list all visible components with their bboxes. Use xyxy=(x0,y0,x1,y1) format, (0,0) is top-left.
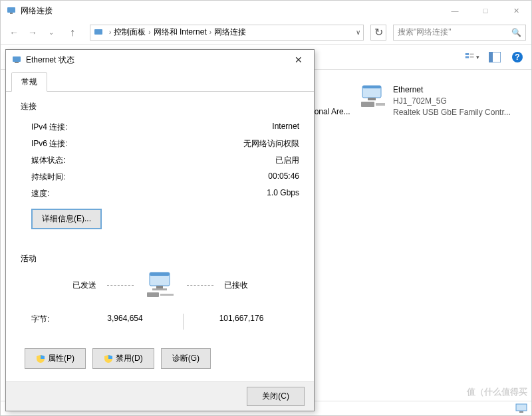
svg-rect-4 xyxy=(466,56,469,58)
disable-label: 禁用(D) xyxy=(116,353,143,364)
breadcrumb-sep: › xyxy=(148,29,150,36)
activity-computer-icon xyxy=(144,271,176,299)
activity-line xyxy=(187,285,213,286)
history-dropdown[interactable]: ⌄ xyxy=(43,25,59,41)
media-value: 已启用 xyxy=(275,155,299,166)
svg-rect-1 xyxy=(10,13,13,14)
svg-rect-16 xyxy=(516,404,527,411)
svg-rect-3 xyxy=(466,53,469,55)
svg-rect-8 xyxy=(489,52,493,62)
duration-value: 00:05:46 xyxy=(268,171,299,183)
titlebar: 网络连接 — □ ✕ xyxy=(1,1,531,21)
svg-rect-5 xyxy=(470,53,474,54)
diagnose-button[interactable]: 诊断(G) xyxy=(161,348,211,369)
svg-rect-6 xyxy=(470,56,474,57)
close-button[interactable]: ✕ xyxy=(501,1,531,21)
speed-value: 1.0 Gbps xyxy=(267,188,299,199)
svg-rect-17 xyxy=(519,411,523,413)
address-bar[interactable]: › 控制面板 › 网络和 Internet › 网络连接 ∨ xyxy=(90,25,364,41)
disable-button[interactable]: 禁用(D) xyxy=(92,348,154,369)
dialog-close-button[interactable]: ✕ xyxy=(289,54,309,65)
search-icon[interactable]: 🔍 xyxy=(511,28,521,37)
shield-icon xyxy=(104,354,113,364)
svg-rect-15 xyxy=(376,103,385,106)
svg-rect-24 xyxy=(147,292,159,297)
computer-icon xyxy=(515,403,527,414)
maximize-button[interactable]: □ xyxy=(470,1,501,21)
help-icon[interactable]: ? xyxy=(510,50,525,64)
forward-button[interactable]: → xyxy=(25,25,41,41)
network-icon xyxy=(93,27,104,38)
breadcrumb-sep: › xyxy=(109,29,111,36)
svg-rect-14 xyxy=(361,102,374,107)
breadcrumb-seg-1[interactable]: 控制面板 xyxy=(114,27,146,38)
back-button[interactable]: ← xyxy=(6,25,22,41)
tabstrip: 常规 xyxy=(6,70,314,92)
bytes-label: 字节: xyxy=(21,314,67,330)
layout-icon[interactable] xyxy=(487,50,502,64)
ipv4-label: IPv4 连接: xyxy=(31,122,68,133)
ipv4-value: Internet xyxy=(272,122,299,133)
connection-item-ethernet[interactable]: Ethernet HJ1_702M_5G Realtek USB GbE Fam… xyxy=(358,84,511,118)
activity-visual: 已发送 已接收 xyxy=(21,271,299,299)
shield-icon xyxy=(36,354,45,364)
svg-rect-13 xyxy=(368,98,376,100)
svg-rect-0 xyxy=(7,7,15,13)
minimize-button[interactable]: — xyxy=(440,1,470,21)
svg-rect-22 xyxy=(156,286,163,288)
navigation-bar: ← → ⌄ ↑ › 控制面板 › 网络和 Internet › 网络连接 ∨ ↻… xyxy=(1,21,531,45)
breadcrumb-sep: › xyxy=(209,29,211,36)
svg-rect-21 xyxy=(150,272,170,276)
dialog-titlebar: Ethernet 状态 ✕ xyxy=(6,50,314,70)
tab-general[interactable]: 常规 xyxy=(11,72,47,92)
connection-network: HJ1_702M_5G xyxy=(393,96,511,107)
ethernet-adapter-icon xyxy=(358,84,388,110)
diagnose-label: 诊断(G) xyxy=(172,353,200,364)
section-connection-title: 连接 xyxy=(21,101,299,112)
properties-label: 属性(P) xyxy=(48,353,74,364)
up-button[interactable]: ↑ xyxy=(65,25,80,41)
dialog-footer: 关闭(C) xyxy=(6,381,314,411)
ethernet-icon xyxy=(11,54,22,65)
bytes-recv-value: 101,667,176 xyxy=(184,314,299,330)
svg-rect-12 xyxy=(362,86,381,88)
speed-label: 速度: xyxy=(31,188,49,199)
details-button[interactable]: 详细信息(E)... xyxy=(31,209,102,229)
duration-label: 持续时间: xyxy=(31,171,65,183)
refresh-button[interactable]: ↻ xyxy=(370,25,386,41)
address-dropdown-icon[interactable]: ∨ xyxy=(356,29,360,36)
svg-rect-2 xyxy=(94,29,102,35)
svg-rect-18 xyxy=(13,56,21,62)
breadcrumb-seg-2[interactable]: 网络和 Internet xyxy=(154,27,207,38)
close-dialog-button[interactable]: 关闭(C) xyxy=(247,387,305,406)
ipv6-value: 无网络访问权限 xyxy=(243,138,299,150)
view-mode-icon[interactable]: ▾ xyxy=(465,50,479,64)
svg-rect-23 xyxy=(152,288,167,290)
dialog-title: Ethernet 状态 xyxy=(26,54,74,66)
svg-rect-19 xyxy=(15,62,19,63)
activity-line xyxy=(107,285,134,286)
received-label: 已接收 xyxy=(224,280,248,291)
window-title: 网络连接 xyxy=(21,5,440,17)
network-icon xyxy=(6,5,17,16)
connection-device: Realtek USB GbE Family Contr... xyxy=(393,107,511,118)
section-activity-title: 活动 xyxy=(21,253,299,264)
svg-text:?: ? xyxy=(515,52,519,62)
search-placeholder: 搜索"网络连接" xyxy=(398,27,511,38)
dialog-body: 连接 IPv4 连接:Internet IPv6 连接:无网络访问权限 媒体状态… xyxy=(6,92,314,378)
svg-rect-25 xyxy=(160,294,174,296)
media-label: 媒体状态: xyxy=(31,155,65,166)
search-input[interactable]: 搜索"网络连接" 🔍 xyxy=(393,25,526,41)
bytes-sent-value: 3,964,654 xyxy=(67,314,183,330)
window-controls: — □ ✕ xyxy=(440,1,531,21)
breadcrumb-seg-3[interactable]: 网络连接 xyxy=(214,27,246,38)
properties-button[interactable]: 属性(P) xyxy=(25,348,86,369)
ipv6-label: IPv6 连接: xyxy=(31,138,68,150)
bytes-row: 字节: 3,964,654 101,667,176 xyxy=(21,314,299,330)
sent-label: 已发送 xyxy=(72,280,96,291)
ethernet-status-dialog: Ethernet 状态 ✕ 常规 连接 IPv4 连接:Internet IPv… xyxy=(5,49,315,411)
connection-name: Ethernet xyxy=(393,84,511,96)
action-button-row: 属性(P) 禁用(D) 诊断(G) xyxy=(21,348,299,369)
